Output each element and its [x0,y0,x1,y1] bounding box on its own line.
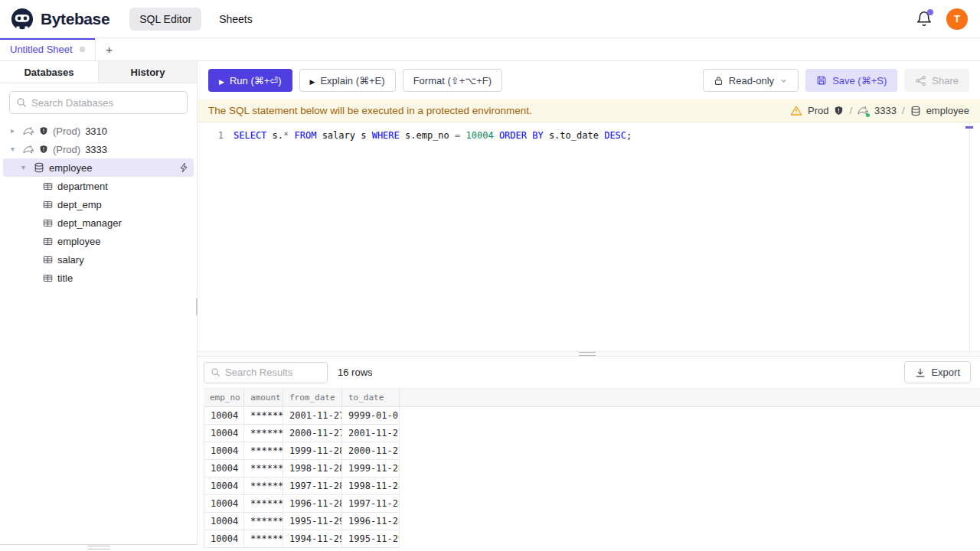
mysql-icon [23,144,34,155]
results-search-box[interactable] [204,362,328,383]
new-sheet-button[interactable]: + [96,38,123,60]
database-tree: (Prod) 3310 [0,119,197,544]
result-row: 10004******1994-11-291995-11-29 [204,530,980,548]
result-cell[interactable]: ****** [244,407,283,425]
result-cell[interactable]: 1999-11-28 [342,460,400,478]
instance-label: 3333 [874,105,897,116]
table-list: department dept_emp dept_manager employe… [3,177,194,287]
result-cell[interactable]: 1995-11-29 [342,530,400,548]
result-cell[interactable]: 1999-11-28 [283,442,342,460]
column-header-to_date: to_date [342,389,400,406]
brand[interactable]: Bytebase [11,8,109,31]
results-table-header: emp_noamountfrom_dateto_date [204,388,980,407]
database-name-label: employee [49,162,92,174]
save-button[interactable]: Save (⌘+S) [805,69,897,92]
result-cell[interactable]: 1997-11-28 [342,495,400,513]
chevron-down-icon[interactable] [11,145,18,153]
result-cell[interactable]: 10004 [204,407,244,425]
table-name-label: department [57,181,108,192]
unsaved-indicator [80,47,85,52]
environment-shield-icon [39,126,48,135]
tree-table-dept_emp[interactable]: dept_emp [3,195,194,214]
chevron-right-icon[interactable] [11,127,18,135]
result-row: 10004******1999-11-282000-11-27 [204,442,980,460]
tree-table-title[interactable]: title [3,269,194,287]
mysql-icon [858,105,869,116]
result-cell[interactable]: 1996-11-28 [342,513,400,530]
result-cell[interactable]: 1995-11-29 [283,513,342,530]
top-bar: Bytebase SQL Editor Sheets T [0,0,980,38]
search-icon [211,367,220,377]
nav-sql-editor[interactable]: SQL Editor [129,8,201,31]
result-cell[interactable]: ****** [244,425,283,442]
result-cell[interactable]: 1998-11-28 [342,478,400,495]
column-header-from_date: from_date [283,389,342,406]
result-cell[interactable]: 10004 [204,513,244,530]
result-cell[interactable]: 1998-11-28 [283,460,342,478]
result-cell[interactable]: 10004 [204,425,244,442]
toolbar-right-actions: Read-only Save (⌘+ [703,69,969,92]
result-cell[interactable]: 2000-11-27 [283,425,342,442]
database-search-input[interactable] [31,97,181,109]
result-cell[interactable]: 10004 [204,460,244,478]
result-cell[interactable]: 1994-11-29 [283,530,342,548]
result-cell[interactable]: ****** [244,460,283,478]
result-cell[interactable]: 1997-11-28 [283,478,342,495]
share-button[interactable]: Share [904,69,969,92]
readonly-mode-dropdown[interactable]: Read-only [703,69,799,92]
result-cell[interactable]: 2001-11-27 [283,407,342,425]
chevron-down-icon[interactable] [21,164,29,171]
tree-table-dept_manager[interactable]: dept_manager [3,214,194,232]
sql-editor[interactable]: 1 SELECT s.* FROM salary s WHERE s.emp_n… [198,122,980,351]
run-button[interactable]: Run (⌘+⏎) [208,69,292,92]
tree-table-employee[interactable]: employee [3,232,194,250]
explain-button[interactable]: Explain (⌘+E) [299,69,396,92]
bytebase-app: Bytebase SQL Editor Sheets T Untitled Sh… [0,0,980,551]
result-row: 10004******1997-11-281998-11-28 [204,478,980,495]
result-cell[interactable]: 2000-11-27 [342,442,400,460]
tree-instance-3310[interactable]: (Prod) 3310 [3,122,194,140]
result-cell[interactable]: ****** [244,530,283,548]
instance-name-label: 3333 [85,144,107,155]
tab-history[interactable]: History [99,61,197,83]
tree-table-department[interactable]: department [3,177,194,195]
results-search-input[interactable] [225,367,321,378]
tree-database-employee[interactable]: employee [3,158,194,177]
quick-action-bolt-icon[interactable] [178,162,189,173]
result-cell[interactable]: ****** [244,495,283,513]
tree-table-salary[interactable]: salary [3,250,194,269]
avatar[interactable]: T [946,8,968,30]
top-nav: SQL Editor Sheets [129,8,263,31]
tab-databases[interactable]: Databases [0,61,99,83]
result-cell[interactable]: ****** [244,478,283,495]
export-button[interactable]: Export [904,361,971,383]
sidebar-tabs: Databases History [0,61,197,83]
result-cell[interactable]: 2001-11-27 [342,425,400,442]
table-name-label: salary [57,254,84,266]
editor-toolbar: Run (⌘+⏎) Explain (⌘+E) Format (⇧+⌥+F) [198,61,980,99]
save-icon [816,75,827,86]
sidebar-resize-handle[interactable] [87,546,110,549]
result-cell[interactable]: 10004 [204,495,244,513]
format-button[interactable]: Format (⇧+⌥+F) [403,69,502,92]
share-icon [915,75,926,86]
result-cell[interactable]: 1996-11-28 [283,495,342,513]
notification-bell-icon[interactable] [916,11,933,28]
tab-untitled-sheet[interactable]: Untitled Sheet [0,38,96,60]
panel-resize-grip[interactable] [579,352,596,356]
result-cell[interactable]: 10004 [204,478,244,495]
result-cell[interactable]: ****** [244,442,283,460]
row-count: 16 rows [338,367,373,378]
result-cell[interactable]: ****** [244,513,283,530]
tree-instance-3333[interactable]: (Prod) 3333 [3,140,194,158]
database-search-box[interactable] [9,91,188,114]
result-row: 10004******1996-11-281997-11-28 [204,495,980,513]
sidebar-search-area [0,83,197,119]
result-cell[interactable]: 10004 [204,442,244,460]
result-cell[interactable]: 10004 [204,530,244,548]
database-icon [910,106,921,116]
database-icon [34,162,44,173]
panel-resize-divider[interactable] [198,351,980,357]
nav-sheets[interactable]: Sheets [209,8,263,31]
result-cell[interactable]: 9999-01-01 [342,407,400,425]
